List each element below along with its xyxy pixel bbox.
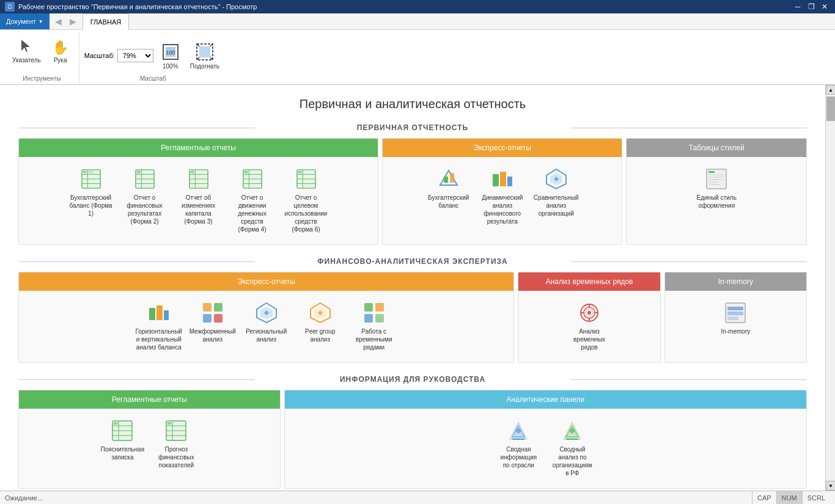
management-grid: Регламентные отчеты <box>18 390 807 489</box>
ribbon-content: Указатель ✋ Рука Инструменты Масштаб: 79… <box>0 29 835 84</box>
scroll-down-button[interactable]: ▼ <box>826 481 835 491</box>
express-balance-item[interactable]: Бухгалтерский баланс <box>424 164 473 213</box>
svg-rect-75 <box>727 307 743 310</box>
style-tables-block: Таблицы стилей <box>626 138 807 245</box>
svg-rect-70 <box>375 314 384 323</box>
scale-group: Масштаб: 79% 50% 75% 100% 125% 150% <box>79 32 227 84</box>
ribbon-tabs-row: Документ ▼ ◀ ▶ ГЛАВНАЯ <box>0 13 835 29</box>
unified-style-item[interactable]: Единый стиль оформления <box>692 164 741 213</box>
in-memory-label: In-memory <box>721 327 750 335</box>
express-header: Экспресс-отчеты <box>383 139 622 157</box>
scale-100-tool[interactable]: 100 100% <box>158 41 183 71</box>
regional-label: Региональный анализ <box>245 327 289 343</box>
capital-changes-icon <box>188 168 210 190</box>
vertical-scrollbar[interactable]: ▲ ▼ <box>825 85 835 491</box>
peer-group-item[interactable]: Peer group анализ <box>296 298 345 347</box>
cap-indicator: CAP <box>752 491 776 505</box>
nav-forward-button[interactable]: ▶ <box>67 15 80 28</box>
hand-icon: ✋ <box>51 36 70 56</box>
targeted-funds-item[interactable]: Отчет о целевом использовании средств (Ф… <box>282 164 331 237</box>
comparative-analysis-icon <box>545 168 567 190</box>
financial-results-label: Отчет о финансовых результатах (Форма 2) <box>123 194 167 225</box>
in-memory-header: In-memory <box>665 272 806 291</box>
fit-tool[interactable]: Подогнать <box>188 41 222 71</box>
balance-sheet-label: Бухгалтерский баланс (Форма 1) <box>69 194 113 217</box>
explanatory-note-icon <box>111 420 133 442</box>
scroll-thumb[interactable] <box>826 97 835 121</box>
cashflow-item[interactable]: Отчет о движении денежных средств (Форма… <box>228 164 277 237</box>
capital-changes-label: Отчет об изменениях капитала (Форма 3) <box>177 194 221 225</box>
industry-summary-item[interactable]: Сводная информация по отрасли <box>494 416 543 473</box>
pointer-icon <box>17 36 36 56</box>
nav-back-button[interactable]: ◀ <box>52 15 65 28</box>
document-menu-button[interactable]: Документ ▼ <box>0 13 50 29</box>
time-series-item[interactable]: Анализ временных рядов <box>565 298 614 355</box>
document-label: Документ <box>6 18 36 25</box>
comparative-analysis-item[interactable]: Сравнительный анализ организаций <box>532 164 581 221</box>
analytics-section: ФИНАНСОВО-АНАЛИТИЧЕСКАЯ ЭКСПЕРТИЗА Экспр… <box>18 257 807 363</box>
in-memory-icons: In-memory <box>665 291 806 352</box>
express-reports-block: Экспресс-отчеты Бухга <box>382 138 622 245</box>
in-memory-block: In-memory <box>664 272 807 363</box>
svg-rect-59 <box>203 314 212 323</box>
style-tables-header: Таблицы стилей <box>627 139 806 157</box>
express-icons-grid: Бухгалтерский баланс <box>383 157 622 236</box>
status-text: Ожидание... <box>5 494 752 502</box>
title-bar-text: Рабочее пространство "Первичная и аналит… <box>18 3 789 10</box>
ribbon: Документ ▼ ◀ ▶ ГЛАВНАЯ Указатель <box>0 13 835 85</box>
svg-point-90 <box>516 428 521 433</box>
title-bar: 🗋 Рабочее пространство "Первичная и анал… <box>0 0 835 13</box>
close-button[interactable]: ✕ <box>819 2 830 12</box>
in-memory-item[interactable]: In-memory <box>711 298 760 339</box>
svg-rect-19 <box>136 171 140 173</box>
explanatory-note-item[interactable]: Пояснительная записка <box>98 416 147 465</box>
financial-results-item[interactable]: Отчет о финансовых результатах (Форма 2) <box>120 164 169 229</box>
fit-icon <box>195 42 215 62</box>
svg-text:✋: ✋ <box>52 39 69 54</box>
dynamic-analysis-item[interactable]: Динамический анализ финансового результа… <box>478 164 527 229</box>
in-memory-icon <box>724 302 746 324</box>
scale-label-row: Масштаб: 79% 50% 75% 100% 125% 150% <box>84 49 153 62</box>
time-series-label: Анализ временных рядов <box>567 327 611 351</box>
management-section: ИНФОРМАЦИЯ ДЛЯ РУКОВОДСТВА Регламентные … <box>18 375 807 489</box>
svg-text:100: 100 <box>166 49 175 56</box>
analytic-panels-icons: Сводная информация по отрасли <box>285 409 806 488</box>
balance-sheet-item[interactable]: Бухгалтерский баланс (Форма 1) <box>67 164 116 221</box>
fit-label: Подогнать <box>190 63 219 70</box>
inter-form-icon <box>202 302 224 324</box>
forecast-item[interactable]: Прогноз финансовых показателей <box>152 416 200 473</box>
minimize-button[interactable]: ─ <box>792 2 803 12</box>
inter-form-analysis-item[interactable]: Межформенный анализ <box>188 298 237 347</box>
time-series-work-item[interactable]: Работа с временными рядами <box>350 298 399 355</box>
unified-style-label: Единый стиль оформления <box>694 194 738 210</box>
dynamic-analysis-label: Динамический анализ финансового результа… <box>480 194 524 225</box>
org-summary-item[interactable]: Сводный анализ по организациям в РФ <box>548 416 597 481</box>
svg-rect-6 <box>199 46 210 57</box>
capital-changes-item[interactable]: Отчет об изменениях капитала (Форма 3) <box>174 164 223 229</box>
svg-rect-69 <box>364 314 373 323</box>
svg-rect-55 <box>156 305 163 320</box>
svg-rect-52 <box>708 181 718 183</box>
scale-select[interactable]: 79% 50% 75% 100% 125% 150% <box>117 49 153 62</box>
comparative-analysis-label: Сравнительный анализ организаций <box>534 194 579 217</box>
regional-icon <box>256 302 278 324</box>
scroll-up-button[interactable]: ▲ <box>826 85 835 95</box>
peer-group-label: Peer group анализ <box>298 327 342 343</box>
tools-group-label: Инструменты <box>23 74 61 84</box>
tools-group: Указатель ✋ Рука Инструменты <box>5 32 79 84</box>
restore-button[interactable]: ❐ <box>806 2 817 12</box>
primary-section-title: ПЕРВИЧНАЯ ОТЧЕТНОСТЬ <box>18 123 807 132</box>
svg-rect-40 <box>450 173 454 183</box>
analytics-express-block: Экспресс-отчеты Гориз <box>18 272 514 363</box>
pointer-tool[interactable]: Указатель <box>10 35 43 65</box>
horiz-vert-analysis-item[interactable]: Горизонтальный и вертикальный анализ бал… <box>134 298 183 355</box>
svg-rect-58 <box>214 303 223 312</box>
dynamic-analysis-icon <box>491 168 513 190</box>
scale-label: Масштаб: <box>84 52 115 59</box>
svg-rect-56 <box>164 310 169 320</box>
explanatory-note-label: Пояснительная записка <box>100 445 144 461</box>
tab-home[interactable]: ГЛАВНАЯ <box>83 13 129 30</box>
hand-tool[interactable]: ✋ Рука <box>47 35 74 65</box>
regional-analysis-item[interactable]: Региональный анализ <box>242 298 291 347</box>
svg-rect-53 <box>708 184 721 185</box>
